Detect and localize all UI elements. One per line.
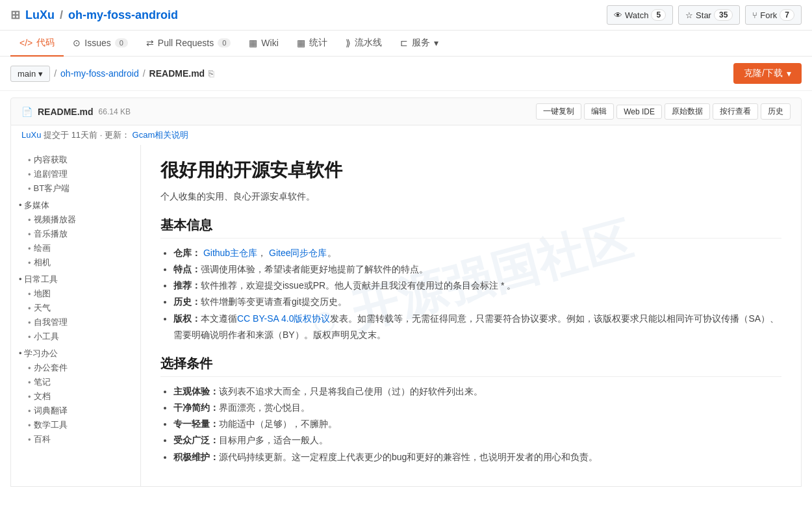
file-breadcrumb: README.md [149, 68, 205, 79]
toc-item[interactable]: 百科 [19, 432, 133, 447]
toc-item[interactable]: 追剧管理 [19, 167, 133, 181]
tab-issues[interactable]: ⊙ Issues 0 [64, 31, 137, 56]
toc-item[interactable]: 笔记 [19, 375, 133, 389]
watch-label: Watch [625, 10, 648, 20]
star-button[interactable]: ☆ Star 35 [678, 5, 740, 25]
toc-item[interactable]: 地图 [19, 287, 133, 301]
tab-services[interactable]: ⊏ 服务 ▾ [391, 31, 448, 57]
pipeline-icon: ⟫ [346, 38, 351, 48]
raw-button[interactable]: 原始数据 [665, 103, 710, 120]
commit-update-label: · 更新： [100, 130, 130, 140]
toc-item[interactable]: 音乐播放 [19, 227, 133, 241]
copy-icon[interactable]: ⎘ [209, 68, 214, 79]
tab-code[interactable]: </> 代码 [10, 31, 64, 57]
file-icon: 📄 [21, 107, 32, 117]
toc-category: • 多媒体 [19, 196, 133, 213]
star-label: Star [696, 10, 711, 20]
edit-button[interactable]: 编辑 [584, 103, 614, 120]
toc-item[interactable]: 词典翻译 [19, 404, 133, 418]
eye-icon: 👁 [614, 10, 622, 20]
fork-icon: ⑂ [752, 10, 757, 20]
stats-icon: ▦ [297, 38, 305, 48]
tab-wiki[interactable]: ▦ Wiki [240, 31, 287, 56]
commit-update-link[interactable]: Gcam相关说明 [133, 130, 189, 140]
tab-pipeline[interactable]: ⟫ 流水线 [336, 31, 391, 57]
clone-button[interactable]: 克隆/下载 ▾ [733, 63, 802, 84]
fork-label: Fork [760, 10, 777, 20]
toc-item[interactable]: 相机 [19, 255, 133, 270]
nav-tabs: </> 代码 ⊙ Issues 0 ⇄ Pull Requests 0 ▦ Wi… [0, 31, 812, 57]
license-link[interactable]: CC BY-SA 4.0版权协议 [237, 313, 330, 324]
list-item: 干净简约：界面漂亮，赏心悦目。 [173, 400, 781, 416]
toc-item[interactable]: 绘画 [19, 241, 133, 255]
toc-item[interactable]: 数学工具 [19, 418, 133, 432]
list-item: 版权：本文遵循CC BY-SA 4.0版权协议发表。如需转载等，无需征得同意，只… [173, 311, 781, 343]
file-actions: 一键复制 编辑 Web IDE 原始数据 按行查看 历史 [536, 103, 791, 120]
commit-author-link[interactable]: LuXu [21, 130, 41, 140]
toc-category: • 日常工具 [19, 270, 133, 287]
toc-item[interactable]: 文档 [19, 389, 133, 404]
repo-title: ⊞ LuXu / oh-my-foss-android [10, 8, 178, 22]
one-copy-button[interactable]: 一键复制 [536, 103, 581, 120]
wiki-icon: ▦ [249, 38, 257, 48]
toc-item[interactable]: 视频播放器 [19, 213, 133, 227]
tab-stats[interactable]: ▦ 统计 [288, 31, 336, 57]
content-area: 内容获取 追剧管理 BT客户端 • 多媒体 视频播放器 音乐播放 绘画 相机 •… [10, 145, 802, 487]
gitee-link[interactable]: Gitee同步仓库 [269, 248, 327, 258]
repo-link[interactable]: oh-my-foss-android [68, 8, 178, 22]
github-link[interactable]: Github主仓库 [203, 248, 257, 258]
section1-heading: 基本信息 [160, 216, 781, 239]
list-item: 主观体验：该列表不追求大而全，只是将我自己使用（过）的好软件列出来。 [173, 383, 781, 400]
fork-count: 7 [780, 9, 794, 21]
commit-action: 提交于 [44, 130, 69, 140]
list-item: 受众广泛：目标用户多，适合一般人。 [173, 432, 781, 448]
star-count: 35 [714, 9, 733, 21]
header-actions: 👁 Watch 5 ☆ Star 35 ⑂ Fork 7 [607, 5, 802, 25]
file-size: 66.14 KB [99, 107, 131, 116]
breadcrumb-bar: main ▾ / oh-my-foss-android / README.md … [0, 57, 812, 91]
web-ide-button[interactable]: Web IDE [616, 105, 662, 119]
list-item: 推荐：软件推荐，欢迎提交issue或PR。他人贡献并且我没有使用过的条目会标注 … [173, 278, 781, 294]
toc-item[interactable]: 办公套件 [19, 361, 133, 375]
readme-title: 很好用的开源安卓软件 [160, 158, 781, 183]
pulls-badge: 0 [218, 38, 231, 47]
readme-body: 很好用的开源安卓软件 个人收集的实用、良心开源安卓软件。 基本信息 仓库： Gi… [160, 158, 781, 465]
toc-item[interactable]: BT客户端 [19, 181, 133, 196]
chevron-down-icon: ▾ [434, 38, 438, 48]
clone-label: 克隆/下载 [744, 68, 783, 79]
chevron-down-icon: ▾ [38, 69, 43, 79]
list-item: 历史：软件增删等变更请查看git提交历史。 [173, 294, 781, 310]
history-button[interactable]: 历史 [761, 103, 791, 120]
toc-sidebar: 内容获取 追剧管理 BT客户端 • 多媒体 视频播放器 音乐播放 绘画 相机 •… [11, 145, 141, 486]
breadcrumb: main ▾ / oh-my-foss-android / README.md … [10, 66, 214, 82]
fork-button[interactable]: ⑂ Fork 7 [745, 5, 802, 25]
readme-content: ○ 开源强国社区 很好用的开源安卓软件 个人收集的实用、良心开源安卓软件。 基本… [141, 145, 801, 486]
repo-icon: ⊞ [10, 8, 20, 22]
user-link[interactable]: LuXu [25, 8, 55, 22]
toc-item[interactable]: 内容获取 [19, 153, 133, 167]
star-icon: ☆ [685, 10, 693, 20]
branch-select[interactable]: main ▾ [10, 66, 50, 82]
watch-count: 5 [651, 9, 666, 21]
list-item: 积极维护：源代码持续更新。这一定程度上代表更少的bug和更好的兼容性，也说明开发… [173, 449, 781, 465]
issues-badge: 0 [115, 38, 128, 47]
file-name-info: 📄 README.md 66.14 KB [21, 107, 131, 117]
separator: / [60, 8, 63, 22]
tab-pulls[interactable]: ⇄ Pull Requests 0 [137, 31, 240, 56]
watch-button[interactable]: 👁 Watch 5 [607, 5, 673, 25]
commit-info: LuXu 提交于 11天前 · 更新： Gcam相关说明 [10, 125, 802, 145]
pulls-icon: ⇄ [146, 38, 154, 48]
repo-breadcrumb-link[interactable]: oh-my-foss-android [60, 68, 139, 79]
toc-item[interactable]: 小工具 [19, 330, 133, 344]
toc-item[interactable]: 天气 [19, 301, 133, 315]
blame-button[interactable]: 按行查看 [713, 103, 758, 120]
toc-category: • 学习办公 [19, 344, 133, 361]
section1-list: 仓库： Github主仓库， Gitee同步仓库。 特点：强调使用体验，希望读者… [173, 245, 781, 343]
commit-time: 11天前 [71, 130, 97, 140]
section2-heading: 选择条件 [160, 355, 781, 377]
list-item: 专一轻量：功能适中（足够），不臃肿。 [173, 416, 781, 432]
branch-label: main [18, 69, 36, 79]
readme-subtitle: 个人收集的实用、良心开源安卓软件。 [160, 189, 781, 205]
file-name: README.md [38, 107, 94, 117]
toc-item[interactable]: 自我管理 [19, 315, 133, 330]
